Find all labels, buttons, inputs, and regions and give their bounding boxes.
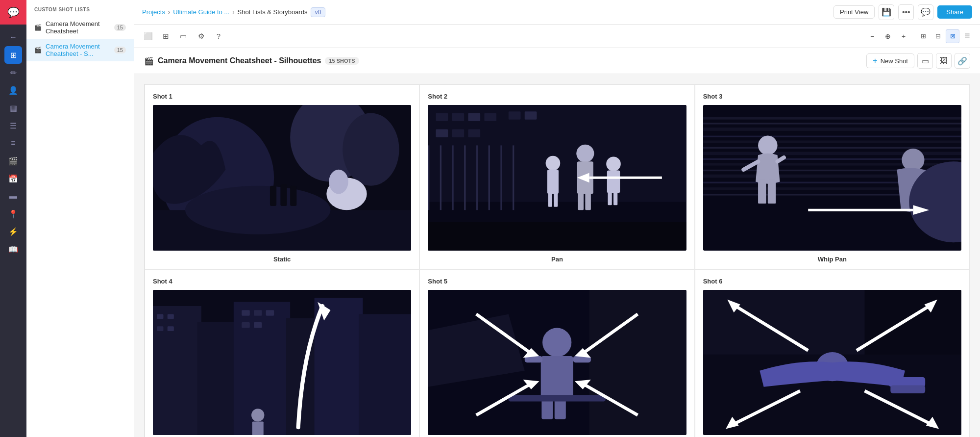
svg-rect-17 [509, 111, 521, 119]
svg-rect-33 [554, 192, 558, 207]
shot-number-1: Shot 1 [153, 93, 411, 100]
shot-card-1[interactable]: Shot 1 [145, 84, 419, 269]
sidebar-icon-list2[interactable]: ≡ [4, 134, 22, 152]
sidebar-icon-list[interactable]: ☰ [4, 117, 22, 134]
zoom-in-button[interactable]: + [897, 29, 910, 43]
share-button[interactable]: Share [937, 5, 972, 19]
view-btn-2[interactable]: ⊟ [931, 29, 945, 43]
edit-icon: ✏ [10, 68, 17, 77]
view-btn-3[interactable]: ⊠ [946, 29, 959, 43]
svg-rect-39 [607, 170, 620, 193]
sidebar-icon-filter[interactable]: ⚡ [4, 223, 22, 240]
shot-label-2: Pan [428, 256, 686, 263]
frame-view-icon: ▭ [922, 56, 929, 66]
sidebar-icon-boards[interactable]: ▦ [4, 99, 22, 117]
svg-rect-62 [767, 180, 775, 204]
svg-rect-26 [476, 145, 478, 210]
shot-card-4[interactable]: Shot 4 [145, 269, 419, 437]
list-icon: ☰ [10, 121, 17, 130]
zoom-in-icon: + [902, 32, 906, 40]
grid-icon: ⊞ [163, 32, 169, 41]
version-badge[interactable]: v0 [311, 7, 326, 17]
sidebar-icon-calendar[interactable]: 📅 [4, 170, 22, 187]
more-icon: ••• [902, 8, 910, 17]
top-nav: Projects › Ultimate Guide to ... › Shot … [134, 0, 980, 25]
calendar-icon: 📅 [8, 174, 18, 183]
svg-rect-28 [501, 145, 502, 210]
shot-card-6[interactable]: Shot 6 [695, 269, 970, 437]
content-header: 🎬 Camera Movement Cheatsheet - Silhouett… [134, 48, 980, 74]
breadcrumb-projects[interactable]: Projects [142, 8, 165, 16]
dashboard-icon: ⊞ [10, 51, 17, 60]
breadcrumb: Projects › Ultimate Guide to ... › Shot … [142, 7, 325, 17]
svg-point-34 [577, 145, 594, 162]
shot-card-2[interactable]: Shot 2 [419, 84, 694, 269]
shot-image-2 [428, 105, 686, 251]
sidebar-icon-scene[interactable]: 🎬 [4, 152, 22, 170]
list-icon-0: 🎬 [34, 24, 42, 31]
svg-rect-50 [703, 141, 961, 143]
shot-number-5: Shot 5 [428, 278, 686, 285]
svg-rect-44 [428, 222, 686, 251]
sidebar-icon-strips[interactable]: ▬ [4, 187, 22, 205]
svg-rect-96 [509, 395, 606, 401]
svg-rect-51 [703, 147, 961, 149]
toolbar-btn-frame[interactable]: ⬜ [140, 28, 156, 44]
plus-icon: + [873, 56, 877, 65]
app-logo-area[interactable]: 💬 [0, 0, 26, 25]
toolbar-btn-settings[interactable]: ⚙ [193, 28, 209, 44]
svg-point-38 [607, 156, 621, 171]
frame-view-button[interactable]: ▭ [917, 53, 933, 69]
shot-card-3[interactable]: Shot 3 [695, 84, 970, 269]
list2-icon: ≡ [11, 139, 15, 148]
toolbar-btn-list[interactable]: ▭ [175, 28, 191, 44]
zoom-reset-button[interactable]: ⊕ [881, 29, 895, 43]
print-view-button[interactable]: Print View [833, 5, 875, 19]
svg-rect-23 [440, 145, 441, 210]
new-shot-button[interactable]: + New Shot [866, 53, 914, 68]
sidebar-icon-people[interactable]: 👤 [4, 81, 22, 99]
sidebar-item-1[interactable]: 🎬 Camera Movement Cheatsheet - S... 15 [26, 39, 134, 61]
sidebar-icon-back[interactable]: ← [4, 28, 22, 46]
sidebar-item-0[interactable]: 🎬 Camera Movement Cheatsheet 15 [26, 16, 134, 39]
sidebar-badge-0: 15 [114, 24, 126, 31]
svg-rect-31 [547, 170, 559, 194]
toolbar-btn-help[interactable]: ? [211, 28, 226, 44]
help-icon: ? [217, 32, 220, 40]
breadcrumb-project[interactable]: Ultimate Guide to ... [173, 8, 229, 16]
image-button[interactable]: 🖼 [936, 53, 952, 69]
new-shot-label: New Shot [881, 57, 908, 65]
svg-point-5 [185, 186, 331, 234]
link-button[interactable]: 🔗 [955, 53, 970, 69]
sidebar-icon-book[interactable]: 📖 [4, 240, 22, 258]
svg-rect-47 [703, 123, 961, 124]
svg-rect-75 [359, 314, 411, 435]
svg-rect-49 [703, 136, 961, 137]
save-icon-button[interactable]: 💾 [879, 4, 894, 20]
shot-number-3: Shot 3 [703, 93, 961, 100]
svg-point-86 [251, 409, 264, 421]
comment-icon-button[interactable]: 💬 [918, 4, 933, 20]
shot-image-1 [153, 105, 411, 251]
svg-rect-82 [266, 310, 274, 316]
sidebar-icon-location[interactable]: 📍 [4, 205, 22, 223]
sidebar-icon-dashboard[interactable]: ⊞ [4, 46, 22, 64]
boards-icon: ▦ [10, 103, 17, 113]
svg-rect-70 [153, 306, 201, 436]
sidebar-icon-edit[interactable]: ✏ [4, 64, 22, 81]
svg-rect-16 [485, 113, 497, 121]
view-btn-4[interactable]: ☰ [960, 29, 974, 43]
storyboard-icon: 🎬 [144, 56, 154, 66]
svg-point-30 [546, 156, 561, 171]
zoom-icon: ⊕ [885, 32, 891, 40]
svg-point-90 [542, 328, 571, 357]
shot-card-5[interactable]: Shot 5 [419, 269, 694, 437]
toolbar-btn-grid[interactable]: ⊞ [158, 28, 173, 44]
more-icon-button[interactable]: ••• [898, 4, 914, 20]
view-btn-1[interactable]: ⊞ [916, 29, 930, 43]
zoom-out-button[interactable]: − [865, 29, 879, 43]
main-area: Projects › Ultimate Guide to ... › Shot … [134, 0, 980, 437]
svg-rect-15 [468, 113, 481, 121]
breadcrumb-sep1: › [168, 8, 170, 16]
shots-count-badge: 15 SHOTS [325, 57, 359, 65]
